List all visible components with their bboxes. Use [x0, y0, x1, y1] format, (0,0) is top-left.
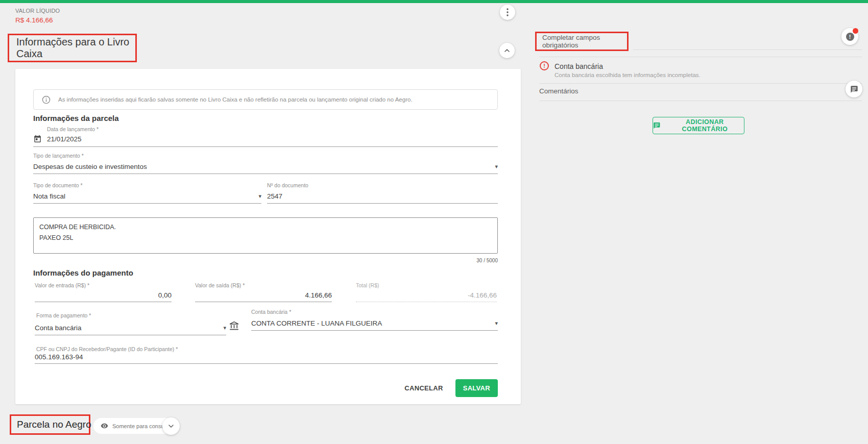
- entry-amount-field[interactable]: Valor de entrada (R$) * 0,00: [35, 282, 172, 302]
- payment-method-select[interactable]: Forma de pagamento * Conta bancária ▾: [35, 312, 226, 335]
- entry-amount-value: 0,00: [35, 291, 172, 302]
- alert-icon: !: [846, 33, 854, 41]
- cpf-cnpj-value: 005.169.163-94: [35, 353, 498, 363]
- required-fields-title: Completar campos obrigatórios: [542, 34, 627, 49]
- sidebar-divider: [539, 57, 862, 57]
- entry-type-select[interactable]: Tipo de lançamento * Despesas de custeio…: [33, 153, 498, 174]
- expand-parcela-button[interactable]: [162, 417, 180, 435]
- livro-caixa-page: VALOR LÍQUIDO R$ 4.166,66 Informações pa…: [0, 0, 868, 444]
- collapse-section-button[interactable]: [499, 43, 515, 58]
- exit-amount-label: Valor de saída (R$) *: [195, 282, 332, 288]
- character-counter: 30 / 5000: [33, 258, 498, 263]
- comment-icon: [653, 121, 661, 130]
- section-title-parcela: Informações da parcela: [33, 114, 119, 122]
- cpf-cnpj-label: CPF ou CNPJ do Recebedor/Pagante (ID do …: [35, 346, 498, 352]
- document-number-label: Nº do documento: [267, 182, 498, 188]
- add-comment-button[interactable]: ADICIONAR COMENTÁRIO: [653, 117, 744, 134]
- chevron-up-icon: [503, 46, 511, 55]
- parcela-section-title: Parcela no Aegro: [17, 419, 91, 430]
- exit-amount-value: 4.166,66: [195, 291, 332, 302]
- section-title-pagamento: Informações do pagamento: [33, 268, 133, 277]
- form-actions: CANCELAR SALVAR: [400, 379, 498, 397]
- document-number-value: 2547: [267, 192, 282, 200]
- comments-button[interactable]: [846, 81, 862, 97]
- annotation-box-required-fields: Completar campos obrigatórios: [535, 32, 629, 51]
- error-icon: !: [540, 61, 549, 70]
- payment-method-value: Conta bancária: [35, 324, 82, 332]
- document-type-select[interactable]: Tipo de documento * Nota fiscal ▾: [33, 182, 261, 204]
- kebab-menu-icon: [507, 8, 509, 16]
- net-value-summary: VALOR LÍQUIDO R$ 4.166,66: [15, 8, 60, 24]
- bank-account-label: Conta bancária *: [251, 309, 498, 315]
- warning-title: Conta bancária: [554, 62, 603, 70]
- document-number-field[interactable]: Nº do documento 2547: [267, 182, 498, 204]
- date-field-label: Data de lançamento *: [33, 126, 498, 132]
- comments-section-label: Comentários: [539, 87, 578, 95]
- sidebar-divider: [539, 101, 862, 101]
- annotation-box-title: Informações para o Livro Caixa: [8, 34, 137, 62]
- document-type-value: Nota fiscal: [33, 192, 65, 200]
- total-field: Total (R$) -4.166,66: [356, 282, 497, 302]
- bank-icon: [229, 320, 239, 331]
- total-value: -4.166,66: [356, 291, 497, 302]
- entry-type-label: Tipo de lançamento *: [33, 153, 498, 159]
- add-comment-label: ADICIONAR COMENTÁRIO: [666, 118, 744, 133]
- required-fields-alert-button[interactable]: !: [841, 28, 858, 45]
- warning-description: Conta bancária escolhida tem informações…: [554, 72, 701, 78]
- info-banner: As informações inseridas aqui ficarão sa…: [33, 89, 498, 110]
- dropdown-arrow-icon[interactable]: ▾: [495, 320, 498, 326]
- chevron-down-icon: [167, 422, 175, 430]
- top-accent-bar: [0, 0, 868, 3]
- annotation-box-parcela: Parcela no Aegro: [10, 414, 90, 435]
- bank-account-value: CONTA CORRENTE - LUANA FILGUEIRA: [251, 319, 382, 327]
- entry-amount-label: Valor de entrada (R$) *: [35, 282, 172, 288]
- cancel-button[interactable]: CANCELAR: [400, 379, 447, 397]
- eye-icon: [101, 422, 108, 430]
- document-type-label: Tipo de documento *: [33, 182, 261, 188]
- info-icon: [42, 95, 51, 104]
- livro-caixa-form-card: As informações inseridas aqui ficarão sa…: [15, 69, 521, 404]
- sidebar-divider: [539, 83, 862, 84]
- date-field[interactable]: Data de lançamento * 21/01/2025: [33, 126, 498, 147]
- entry-type-value: Despesas de custeio e investimentos: [33, 163, 147, 170]
- net-value-amount: R$ 4.166,66: [15, 16, 60, 24]
- sidebar-header-underline: [633, 50, 862, 50]
- dropdown-arrow-icon[interactable]: ▾: [495, 164, 498, 169]
- date-input-value[interactable]: 21/01/2025: [47, 135, 82, 143]
- cpf-cnpj-field[interactable]: CPF ou CNPJ do Recebedor/Pagante (ID do …: [35, 346, 498, 364]
- read-only-badge-label: Somente para consulta: [112, 423, 170, 429]
- more-options-button[interactable]: [500, 5, 515, 20]
- description-textarea[interactable]: COMPRA DE HERBICIDA. PAXEO 25L: [33, 217, 498, 254]
- net-value-label: VALOR LÍQUIDO: [15, 8, 60, 14]
- notification-dot: [853, 28, 858, 34]
- dropdown-arrow-icon[interactable]: ▾: [258, 193, 261, 199]
- total-label: Total (R$): [356, 282, 497, 288]
- calendar-icon[interactable]: [33, 135, 42, 143]
- info-banner-text: As informações inseridas aqui ficarão sa…: [58, 96, 413, 103]
- exit-amount-field[interactable]: Valor de saída (R$) * 4.166,66: [195, 282, 332, 302]
- save-button[interactable]: SALVAR: [455, 379, 498, 397]
- dropdown-arrow-icon[interactable]: ▾: [223, 325, 226, 331]
- page-title: Informações para o Livro Caixa: [16, 36, 135, 60]
- payment-method-label: Forma de pagamento *: [35, 312, 226, 318]
- bank-account-select[interactable]: Conta bancária * CONTA CORRENTE - LUANA …: [251, 309, 498, 331]
- comment-icon: [850, 85, 858, 93]
